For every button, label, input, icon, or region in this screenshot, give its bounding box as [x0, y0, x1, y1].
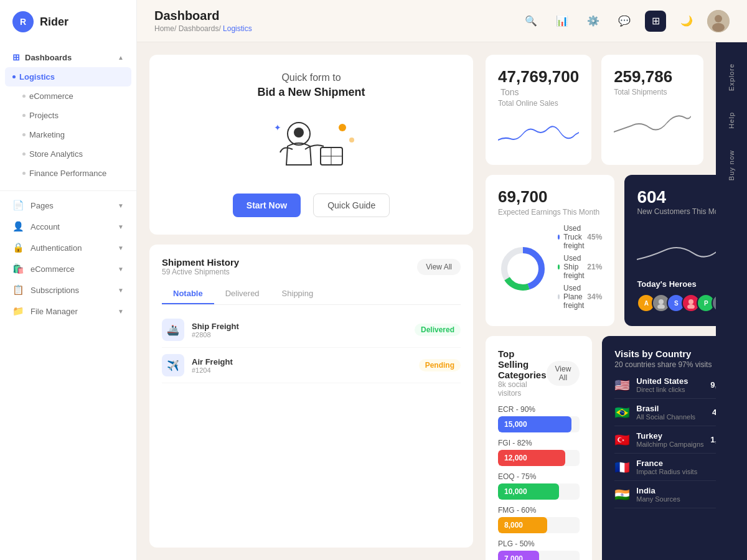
bar-track: 8,000: [498, 517, 580, 533]
sidebar-item-pages[interactable]: 📄 Pages ▼: [0, 195, 136, 216]
selling-subtitle: 8k social visitors: [498, 380, 547, 398]
bar-label: EOQ - 75%: [498, 472, 580, 481]
customers-number: 604: [637, 187, 716, 207]
chart-icon[interactable]: 📊: [552, 11, 573, 32]
bottom-row: Top Selling Categories 8k social visitor…: [486, 336, 703, 560]
bar-row-eoq: EOQ - 75% 10,000: [498, 472, 580, 500]
svg-point-9: [349, 138, 354, 142]
quick-guide-button[interactable]: Quick Guide: [313, 194, 390, 217]
sidebar-dashboards-group: ⊞ Dashboards ▲ Logistics eCommerce Proje…: [0, 44, 136, 187]
quick-form-card: Quick form to Bid a New Shipment: [149, 55, 473, 235]
flag-br: 🇧🇷: [614, 405, 630, 420]
plane-pct: 34%: [587, 292, 602, 301]
subscriptions-icon: 📋: [12, 284, 24, 296]
selling-view-all[interactable]: View All: [547, 361, 580, 386]
header: Dashboard Home/ Dashboards/ Logistics 🔍 …: [137, 0, 747, 42]
avatars-row: A S P +2: [637, 294, 716, 312]
dot: [22, 114, 26, 117]
earnings-row: 69,700 Expected Earnings This Month: [486, 175, 703, 326]
bar-track: 12,000: [498, 450, 580, 466]
ecommerce-icon: 🛍️: [12, 263, 24, 274]
ship-name: Ship Freight: [192, 322, 407, 331]
avatar[interactable]: [707, 10, 730, 32]
page-title: Dashboard: [154, 9, 252, 23]
shipment-illustration: ✦: [261, 109, 361, 184]
legend-plane: Used Plane freight 34%: [558, 284, 602, 310]
plane-dot: [558, 294, 560, 299]
ship-pct: 21%: [587, 263, 602, 271]
bars-container: ECR - 90% 15,000 FGI - 82% 12,000: [498, 405, 580, 560]
help-button[interactable]: Help: [723, 103, 740, 138]
online-sales-card: 47,769,700 Tons Total Online Sales: [486, 55, 591, 165]
country-value: 1,680: [710, 435, 716, 444]
customers-chart: [637, 222, 716, 272]
sidebar-item-account[interactable]: 👤 Account ▼: [0, 216, 136, 237]
country-row-tr: 🇹🇷 Turkey Mailchimp Campaigns 1,680 +0.2…: [614, 426, 716, 454]
dot: [22, 172, 26, 175]
apps-icon[interactable]: ⊞: [645, 11, 666, 32]
country-row-in: 🇮🇳 India Many Sources 604 -8.3%: [614, 481, 716, 508]
chevron-down-icon: ▼: [118, 202, 124, 209]
svg-text:✦: ✦: [274, 123, 281, 133]
country-source: Direct link clicks: [636, 386, 704, 393]
shipment-view-all[interactable]: View All: [417, 259, 461, 275]
sidebar-item-auth[interactable]: 🔒 Authentication ▼: [0, 237, 136, 258]
ship-status: Pending: [419, 359, 461, 371]
left-panel: Quick form to Bid a New Shipment: [137, 42, 486, 560]
bar-row-plg: PLG - 50% 7,000: [498, 539, 580, 560]
country-name: United States: [636, 376, 704, 386]
svg-point-16: [688, 299, 693, 304]
country-source: All Social Channels: [636, 413, 706, 421]
flag-in: 🇮🇳: [614, 487, 630, 502]
message-icon[interactable]: 💬: [614, 11, 635, 32]
sidebar-item-logistics[interactable]: Logistics: [5, 67, 131, 86]
sidebar-item-store-analytics[interactable]: Store Analytics: [0, 144, 136, 164]
settings-icon[interactable]: ⚙️: [583, 11, 604, 32]
svg-point-17: [687, 304, 695, 309]
bar-fill: 12,000: [498, 450, 565, 466]
truck-dot: [558, 235, 560, 240]
flag-tr: 🇹🇷: [614, 432, 630, 447]
ship-dot: [558, 264, 560, 269]
donut-chart: [498, 244, 548, 294]
start-now-button[interactable]: Start Now: [233, 194, 301, 217]
visits-by-country-card: Visits by Country 20 countries share 97%…: [602, 336, 716, 560]
sidebar-item-ecommerce[interactable]: eCommerce: [0, 86, 136, 106]
ship-info: Ship Freight #2808: [192, 322, 407, 338]
theme-toggle[interactable]: 🌙: [676, 11, 697, 32]
bar-fill: 10,000: [498, 483, 559, 500]
online-sales-label: Total Online Sales: [498, 99, 579, 108]
tab-delivered[interactable]: Delivered: [214, 284, 271, 304]
pages-icon: 📄: [12, 200, 24, 211]
svg-point-4: [294, 128, 304, 138]
bar-label: FMG - 60%: [498, 506, 580, 515]
sidebar-item-ecommerce2[interactable]: 🛍️ eCommerce ▼: [0, 258, 136, 279]
tab-notable[interactable]: Notable: [162, 284, 214, 304]
selling-header: Top Selling Categories 8k social visitor…: [498, 348, 580, 398]
bar-track: 10,000: [498, 483, 580, 500]
tab-shipping[interactable]: Shipping: [271, 284, 325, 304]
sidebar-dashboards-toggle[interactable]: ⊞ Dashboards ▲: [0, 47, 136, 67]
buy-now-button[interactable]: Buy now: [723, 141, 740, 189]
country-source: Mailchimp Campaigns: [636, 441, 704, 448]
legend-ship: Used Ship freight 21%: [558, 254, 602, 280]
shipment-header: Shipment History 59 Active Shipments Vie…: [162, 257, 461, 276]
sidebar-item-subscriptions[interactable]: 📋 Subscriptions ▼: [0, 279, 136, 301]
country-row-fr: 🇫🇷 France Impact Radius visits 849 +4.1%: [614, 454, 716, 481]
sidebar-item-files[interactable]: 📁 File Manager ▼: [0, 301, 136, 322]
breadcrumb: Home/ Dashboards/ Logistics: [154, 24, 252, 33]
freight-legend: Used Truck freight 45% Used Ship freight…: [558, 224, 602, 314]
search-icon[interactable]: 🔍: [520, 11, 542, 32]
country-name: Turkey: [636, 431, 704, 441]
sidebar-item-projects[interactable]: Projects: [0, 106, 136, 125]
online-sales-chart: [498, 115, 579, 152]
flag-us: 🇺🇸: [614, 378, 630, 393]
app-name: Rider: [40, 16, 68, 29]
truck-pct: 45%: [587, 233, 602, 241]
sidebar-item-finance[interactable]: Finance Performance: [0, 164, 136, 183]
chevron-down-icon: ▼: [118, 287, 124, 294]
explore-button[interactable]: Explore: [723, 55, 740, 100]
legend-truck: Used Truck freight 45%: [558, 224, 602, 250]
sidebar-item-marketing[interactable]: Marketing: [0, 125, 136, 144]
country-info: United States Direct link clicks: [636, 376, 704, 393]
